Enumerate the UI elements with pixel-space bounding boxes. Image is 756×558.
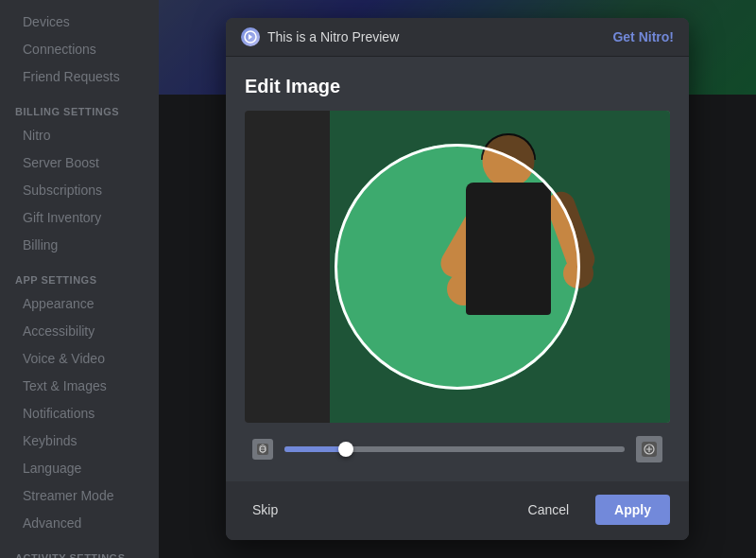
sidebar-item-advanced[interactable]: Advanced (8, 510, 151, 536)
sidebar-item-gift-inventory[interactable]: Gift Inventory (8, 204, 151, 231)
modal-title: Edit Image (245, 76, 670, 97)
sidebar-item-connections[interactable]: Connections (8, 36, 151, 62)
sidebar-item-keybinds[interactable]: Keybinds (8, 427, 151, 454)
zoom-out-icon (252, 439, 273, 460)
sidebar-item-server-boost[interactable]: Server Boost (8, 149, 151, 176)
edit-image-modal: This is a Nitro Preview Get Nitro! Edit … (226, 18, 689, 540)
slider-thumb[interactable] (338, 442, 353, 457)
image-editor[interactable] (245, 111, 670, 423)
nitro-preview-text: This is a Nitro Preview (267, 29, 399, 44)
footer-right: Cancel Apply (513, 495, 670, 525)
apply-button[interactable]: Apply (595, 495, 670, 525)
nitro-bar-left: This is a Nitro Preview (241, 27, 399, 46)
sidebar-item-accessibility[interactable]: Accessibility (8, 318, 151, 344)
app-section-label: APP SETTINGS (0, 259, 159, 289)
nitro-icon (241, 27, 260, 46)
cancel-button[interactable]: Cancel (513, 495, 585, 525)
sidebar-item-streamer-mode[interactable]: Streamer Mode (8, 482, 151, 509)
billing-section-label: BILLING SETTINGS (0, 91, 159, 121)
sidebar-item-appearance[interactable]: Appearance (8, 290, 151, 317)
sidebar-item-language[interactable]: Language (8, 455, 151, 481)
right-hand (563, 258, 593, 288)
main-content: This is a Nitro Preview Get Nitro! Edit … (159, 0, 756, 558)
modal-backdrop: This is a Nitro Preview Get Nitro! Edit … (159, 0, 756, 558)
dark-strip-left (245, 111, 338, 423)
sidebar-item-notifications[interactable]: Notifications (8, 400, 151, 427)
sidebar-item-nitro[interactable]: Nitro (8, 122, 151, 148)
zoom-slider-row (245, 423, 670, 466)
get-nitro-link[interactable]: Get Nitro! (612, 29, 674, 44)
modal-footer: Skip Cancel Apply (226, 481, 689, 540)
zoom-slider-track[interactable] (284, 446, 625, 452)
zoom-in-icon (636, 436, 662, 462)
sidebar-item-text-images[interactable]: Text & Images (8, 373, 151, 399)
activity-section-label: ACTIVITY SETTINGS (0, 537, 159, 558)
sidebar-item-billing[interactable]: Billing (8, 232, 151, 258)
sidebar-item-subscriptions[interactable]: Subscriptions (8, 177, 151, 203)
sidebar-item-friend-requests[interactable]: Friend Requests (8, 63, 151, 90)
person-head (483, 135, 535, 187)
sidebar: Devices Connections Friend Requests BILL… (0, 0, 159, 558)
slider-fill (284, 446, 346, 452)
person-figure (423, 135, 593, 419)
sidebar-item-devices[interactable]: Devices (8, 9, 151, 35)
person-body (466, 183, 551, 315)
skip-button[interactable]: Skip (245, 497, 285, 523)
modal-body: Edit Image (226, 57, 689, 481)
nitro-preview-bar: This is a Nitro Preview Get Nitro! (226, 18, 689, 57)
sidebar-item-voice-video[interactable]: Voice & Video (8, 345, 151, 372)
